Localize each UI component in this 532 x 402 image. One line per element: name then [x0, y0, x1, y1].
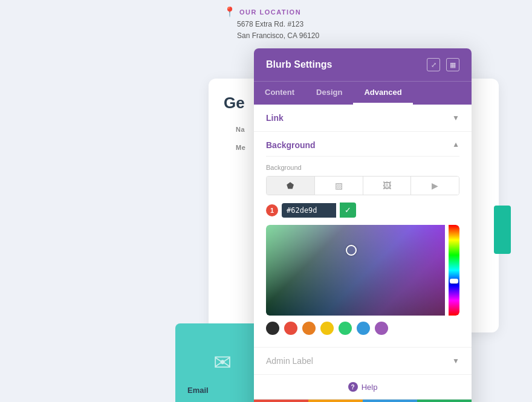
location-pin-icon: 📍: [224, 6, 236, 18]
gradient-icon: ▨: [335, 181, 343, 190]
modal-layout-icon[interactable]: ▦: [446, 58, 459, 71]
video-icon: ▶: [432, 181, 438, 190]
bg-type-image[interactable]: 🖼: [363, 177, 412, 195]
modal-header-icons: ⤢ ▦: [427, 58, 459, 71]
location-title: OUR LOCATION: [239, 8, 301, 16]
help-icon: ?: [348, 382, 358, 392]
modal-tabs: Content Design Advanced: [254, 81, 472, 105]
swatch-blue[interactable]: [357, 322, 370, 335]
modal-title: Blurb Settings: [266, 59, 332, 70]
color-picker[interactable]: [266, 225, 459, 316]
background-section-title: Background: [266, 140, 316, 150]
redo-button[interactable]: ↻: [363, 400, 417, 402]
swatch-green[interactable]: [339, 322, 352, 335]
modal-header: Blurb Settings ⤢ ▦: [254, 48, 472, 81]
step-badge: 1: [266, 204, 278, 216]
location-header: 📍 OUR LOCATION: [224, 6, 319, 18]
admin-label-section[interactable]: Admin Label ▼: [254, 347, 472, 374]
color-hex-input[interactable]: [282, 203, 336, 218]
swatch-orange[interactable]: [302, 322, 316, 335]
modal-expand-icon[interactable]: ⤢: [427, 58, 440, 71]
color-hex-confirm-button[interactable]: ✓: [340, 203, 356, 218]
color-swatches: [266, 322, 459, 335]
background-sublabel: Background: [266, 164, 459, 171]
link-section-label: Link: [266, 113, 284, 123]
admin-label-text: Admin Label: [266, 356, 313, 366]
color-spectrum-overlay: [266, 225, 445, 316]
link-section-row[interactable]: Link ▼: [254, 105, 472, 132]
hue-slider[interactable]: [449, 225, 459, 316]
tab-design[interactable]: Design: [305, 82, 353, 105]
help-row[interactable]: ? Help: [254, 374, 472, 399]
cancel-button[interactable]: ✕: [254, 400, 308, 402]
link-chevron-icon: ▼: [452, 114, 459, 122]
background-section-header[interactable]: Background ▼: [266, 132, 459, 157]
swatch-purple[interactable]: [375, 322, 388, 335]
admin-label-chevron-icon: ▼: [452, 357, 459, 365]
color-hex-row: 1 ✓: [266, 203, 459, 218]
location-address: 5678 Extra Rd. #123 San Francisco, CA 96…: [237, 19, 319, 42]
swatch-black[interactable]: [266, 322, 279, 335]
card-title: Ge: [224, 94, 245, 112]
bg-type-gradient[interactable]: ▨: [315, 177, 363, 195]
background-chevron-icon: ▼: [452, 141, 459, 149]
blurb-settings-modal: Blurb Settings ⤢ ▦ Content Design Advanc…: [254, 48, 472, 402]
swatch-yellow[interactable]: [320, 322, 334, 335]
address-line2: San Francisco, CA 96120: [237, 30, 319, 42]
background-type-tabs: ⬟ ▨ 🖼 ▶: [266, 176, 459, 195]
location-section: 📍 OUR LOCATION 5678 Extra Rd. #123 San F…: [224, 6, 319, 42]
teal-action-button[interactable]: [494, 206, 511, 254]
tab-content[interactable]: Content: [254, 82, 305, 105]
image-icon: 🖼: [383, 181, 391, 190]
tab-advanced[interactable]: Advanced: [353, 82, 412, 105]
background-section: Background ▼ Background ⬟ ▨ 🖼 ▶: [254, 132, 472, 347]
hue-slider-thumb: [450, 279, 458, 284]
swatch-red[interactable]: [284, 322, 297, 335]
envelope-icon: ✉: [213, 350, 232, 375]
message-label: Me: [236, 144, 245, 151]
modal-body: Link ▼ Background ▼ Background ⬟ ▨ 🖼: [254, 105, 472, 399]
save-button[interactable]: ✓: [417, 400, 472, 402]
name-label: Na: [236, 126, 245, 133]
reset-button[interactable]: ↺: [308, 400, 363, 402]
bg-type-video[interactable]: ▶: [411, 177, 459, 195]
bg-type-color[interactable]: ⬟: [267, 177, 315, 195]
email-label: Email: [187, 386, 209, 395]
address-line1: 5678 Extra Rd. #123: [237, 19, 319, 30]
color-fill-icon: ⬟: [287, 181, 294, 190]
help-text: Help: [362, 383, 378, 392]
modal-footer: ✕ ↺ ↻ ✓: [254, 399, 472, 402]
